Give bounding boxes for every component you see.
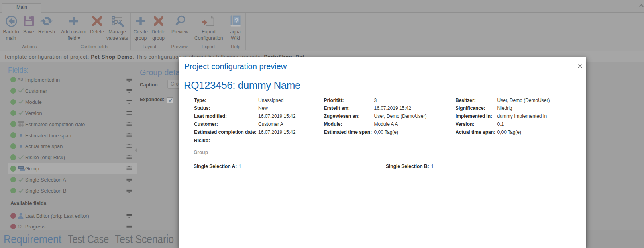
svg-text:?: ? — [234, 17, 239, 25]
